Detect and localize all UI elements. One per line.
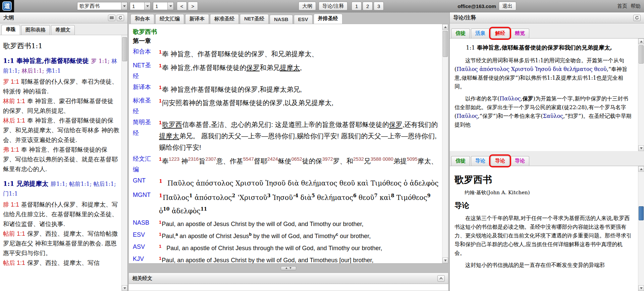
reference-label[interactable]: 腓 1:1 — [3, 201, 19, 208]
outline-entries: 1:1 奉神旨意,作基督耶稣使徒 罗 1:1; 林前1:1; 林后1:1; 弗1… — [3, 56, 119, 268]
outline-button[interactable]: 大纲 — [299, 2, 316, 10]
outline-content: 歌罗西书1:1 1:1 奉神旨意,作基督耶稣使徒 罗 1:1; 林前1:1; 林… — [0, 35, 127, 291]
version-link[interactable]: 和合本 — [133, 46, 155, 60]
tab-解经[interactable]: 解经 — [491, 28, 509, 38]
verse-row: MGNT1Παῦλος1 ἀπόστολος2 ʽΧριστοῦ3 Ἰησοῦʼ… — [133, 190, 439, 217]
scroll-down-button[interactable] — [638, 285, 644, 291]
chevron-down-icon[interactable] — [167, 2, 173, 10]
entry-heading[interactable]: 1:1 兄弟提摩太 腓1:1; 帖前1:1; 帖后1:1; 门1:1 — [3, 179, 119, 199]
tab-精览[interactable]: 精览 — [511, 28, 529, 38]
list-icon[interactable] — [108, 15, 115, 21]
version-tabs: 和合本经文汇编新译本标准圣经NET圣经NASBESV并排圣经 — [128, 12, 448, 24]
chevron-down-icon[interactable] — [121, 2, 127, 10]
book-title: 歌罗西书 — [133, 27, 439, 36]
tab-标准圣经[interactable]: 标准圣经 — [210, 14, 239, 24]
tab-导论[interactable]: 导论 — [511, 156, 529, 166]
reference-label[interactable]: 帖前 1:1 — [3, 230, 25, 237]
scrollbar-thumb[interactable] — [639, 206, 644, 220]
bible-scrollbar[interactable] — [442, 24, 448, 263]
scroll-up-button[interactable] — [442, 24, 448, 30]
commentary-scrollbar[interactable] — [638, 39, 644, 151]
book-select[interactable]: 歌罗西书 — [77, 2, 127, 10]
chapter-select[interactable]: 1 — [130, 2, 151, 10]
tab-活泉[interactable]: 活泉 — [471, 28, 490, 38]
version-link[interactable]: NET圣经 — [133, 60, 155, 81]
verse-row: 和合本1奉 神旨意、作基督耶稣使徒的保罗、和兄弟提摩太、 — [133, 46, 439, 60]
prev-verse-button[interactable]: < — [177, 2, 187, 10]
home-link[interactable]: 首页 — [617, 3, 627, 9]
outline-heading: 歌罗西书1:1 — [3, 41, 119, 51]
tab-NASB[interactable]: NASB — [270, 15, 293, 24]
version-link[interactable]: GNT — [133, 175, 155, 189]
tab-信徒[interactable]: 信徒 — [451, 156, 470, 166]
tab-并排圣经[interactable]: 并排圣经 — [314, 14, 342, 24]
verse-text: 1 Paul, an apostle of Christ Jesus throu… — [155, 241, 439, 253]
version-link[interactable]: 标准圣经 — [133, 95, 155, 117]
tab-ESV[interactable]: ESV — [294, 15, 313, 24]
collapse-down-icon — [289, 267, 291, 269]
tab-NET圣经[interactable]: NET圣经 — [240, 14, 269, 24]
chevron-down-icon[interactable] — [144, 2, 150, 10]
reference-verse: 帖前 1:1保罗、西拉、提摩太、写信给帖撒罗尼迦在父 神和主耶稣基督里的教会. … — [3, 229, 119, 258]
introduction-scrollbar[interactable] — [638, 166, 644, 291]
paragraph: 以作者的名字(Παῦλος,保罗)为开篇第一个字,新约中保罗的十三封书信全部如此… — [454, 94, 633, 129]
chevron-up-icon[interactable] — [437, 275, 445, 282]
help-link[interactable]: 帮助 — [631, 3, 641, 9]
reference-label[interactable]: 帖后 1:1 — [3, 260, 25, 266]
version-link[interactable]: KJV — [133, 253, 155, 263]
version-link[interactable]: 新译本 — [133, 82, 155, 95]
verse-row: NET圣经1奉 神旨意,作基督耶稣使徒的保罗和弟兄提摩太, — [133, 60, 439, 81]
commentary-tabs: 信徒活泉解经精览 — [450, 23, 644, 38]
intro-notes-header: 导论/注释 — [450, 12, 644, 23]
scrollbar-thumb[interactable] — [443, 31, 448, 57]
version-link[interactable]: MGNT — [133, 190, 155, 217]
dao-logo[interactable]: 道 — [2, 1, 12, 11]
splitter-handle[interactable] — [281, 266, 296, 270]
related-verses-bar: 相关经文 — [128, 273, 448, 284]
layout-1-button[interactable]: 1 — [352, 2, 362, 10]
reference-verse: 帖后 1:1保罗、西拉、提摩太、写信 — [3, 258, 119, 268]
scrollbar-thumb[interactable] — [122, 37, 127, 61]
tab-信徒[interactable]: 信徒 — [451, 28, 470, 38]
tab-导论[interactable]: 导论 — [491, 156, 509, 166]
refresh-icon[interactable] — [633, 15, 641, 21]
tab-经文汇编[interactable]: 经文汇编 — [155, 14, 184, 24]
tab-希腊文[interactable]: 希腊文 — [51, 25, 75, 35]
entry-heading[interactable]: 1:1 奉神旨意,作基督耶稣使徒 罗 1:1; 林前1:1; 林后1:1; 弗1… — [3, 56, 119, 76]
version-link[interactable]: NASB — [133, 217, 155, 229]
outline-scrollbar[interactable] — [121, 35, 127, 291]
scroll-up-button[interactable] — [638, 166, 644, 172]
intro-notes-button[interactable]: 导论/注释 — [319, 2, 347, 10]
layout-3-button[interactable]: 3 — [374, 2, 384, 10]
layout-2-button[interactable]: 2 — [363, 2, 373, 10]
chapter-title: 第一章 — [133, 36, 439, 46]
tab-串珠[interactable]: 串珠 — [1, 25, 20, 35]
reference-label[interactable]: 林前 1:1 — [3, 98, 25, 104]
version-link[interactable]: ASV — [133, 241, 155, 253]
next-verse-button[interactable]: > — [188, 2, 198, 10]
logout-button[interactable]: 退出 — [499, 2, 516, 10]
scrollbar-thumb[interactable] — [639, 45, 644, 64]
version-link[interactable]: 经文汇编 — [133, 153, 155, 175]
tab-图和表格[interactable]: 图和表格 — [21, 25, 50, 35]
reference-label[interactable]: 弗 1:1 — [3, 146, 19, 153]
tab-新译本[interactable]: 新译本 — [185, 14, 209, 24]
reference-label[interactable]: 罗 1:1 — [3, 78, 19, 85]
verse-text: 1 Παῦλος ἀπόστολος Χριστοῦ Ἰησοῦ διὰ θελ… — [155, 175, 439, 189]
verse-row: ASV1 Paul, an apostle of Christ Jesus th… — [133, 241, 439, 253]
tab-和合本[interactable]: 和合本 — [130, 14, 154, 24]
version-link[interactable]: 简明圣经 — [133, 117, 155, 153]
scroll-down-button[interactable] — [442, 258, 448, 263]
refresh-icon[interactable] — [117, 15, 124, 21]
version-link[interactable]: ESV — [133, 229, 155, 241]
verse-text: 1奉 神旨意、作基督耶稣使徒的保罗、和兄弟提摩太、 — [155, 46, 439, 60]
scroll-down-button[interactable] — [122, 285, 127, 291]
reference-label[interactable]: 林后 1:1 — [3, 117, 25, 124]
tab-导论[interactable]: 导论 — [471, 156, 490, 166]
scroll-down-button[interactable] — [638, 145, 644, 151]
verse-rows: 和合本1奉 神旨意、作基督耶稣使徒的保罗、和兄弟提摩太、NET圣经1奉 神旨意,… — [133, 46, 439, 263]
scroll-up-button[interactable] — [638, 39, 644, 44]
verse-row: KJV1Paul, an apostle of Jesus Christ by … — [133, 253, 439, 263]
introduction-heading: 导论 — [454, 201, 633, 211]
verse-select[interactable]: 1 — [153, 2, 174, 10]
